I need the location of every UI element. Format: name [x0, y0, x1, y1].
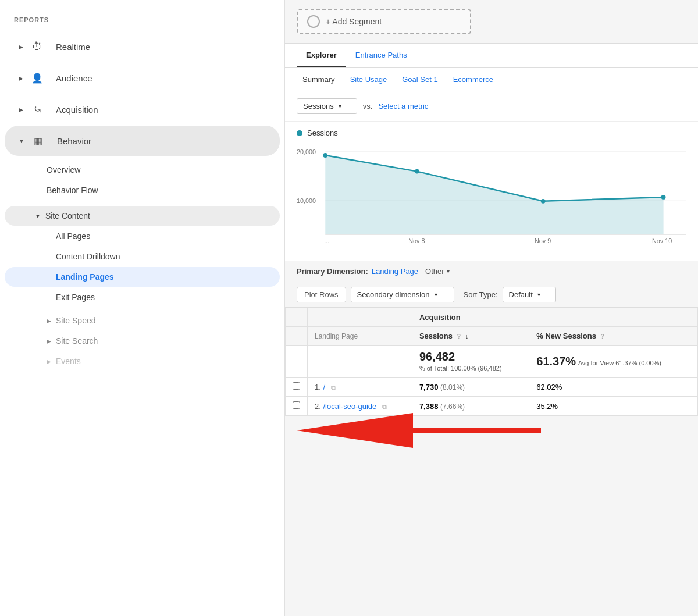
chart-point-0[interactable] — [323, 153, 327, 158]
th-new-sessions: % New Sessions ? — [529, 327, 698, 346]
sidebar-item-acquisition[interactable]: ▶ ⤿ Acquisition — [5, 94, 280, 124]
row2-sessions: 7,388 (7.66%) — [412, 397, 529, 416]
behavior-label: Behavior — [57, 136, 91, 146]
site-content-children: All Pages Content Drilldown Landing Page… — [0, 226, 284, 307]
chart-svg: 20,000 10,000 ... Nov 8 Nov 9 Nov — [297, 142, 686, 247]
site-content-label: Site Content — [45, 211, 90, 220]
add-segment-button[interactable]: + Add Segment — [297, 9, 471, 34]
th-lp-header: Landing Page — [308, 327, 412, 346]
secondary-dim-dropdown[interactable]: Secondary dimension ▾ — [351, 287, 454, 302]
audience-arrow: ▶ — [19, 75, 23, 81]
table-row: 2. /local-seo-guide ⧉ 7,388 (7.66%) 35.2… — [286, 397, 698, 416]
reports-label: REPORTS — [0, 12, 284, 30]
sidebar-item-audience[interactable]: ▶ 👤 Audience — [5, 63, 280, 93]
primary-dim-value[interactable]: Landing Page — [372, 267, 418, 276]
th-landing-page — [308, 308, 412, 327]
x-label-1: Nov 8 — [408, 237, 425, 244]
sidebar-item-realtime[interactable]: ▶ ⏱ Realtime — [5, 31, 280, 62]
total-new-sessions: 61.37% Avg for View 61.37% (0.00%) — [529, 346, 698, 378]
th-checkbox — [286, 308, 308, 327]
tab-explorer[interactable]: Explorer — [297, 44, 346, 67]
th-acquisition-group: Acquisition — [412, 308, 697, 327]
row2-copy[interactable]: ⧉ — [382, 403, 387, 410]
sidebar-item-behavior-flow[interactable]: Behavior Flow — [5, 180, 280, 200]
total-label — [308, 346, 412, 378]
main-tabs-row: Explorer Entrance Paths — [285, 44, 698, 68]
acquisition-arrow: ▶ — [19, 106, 23, 113]
row2-new-sessions: 35.2% — [529, 397, 698, 416]
acquisition-label: Acquisition — [56, 105, 98, 115]
sidebar-item-behavior[interactable]: ▼ ▦ Behavior — [5, 126, 280, 156]
realtime-label: Realtime — [56, 42, 90, 52]
secondary-dim-arrow: ▾ — [435, 291, 437, 298]
row1-checkbox[interactable] — [293, 382, 300, 390]
sidebar-item-exit-pages[interactable]: Exit Pages — [5, 287, 280, 307]
row2-checkbox[interactable] — [293, 401, 300, 409]
select-metric-link[interactable]: Select a metric — [378, 102, 428, 111]
metric-selected: Sessions — [303, 102, 334, 111]
legend-label: Sessions — [307, 129, 338, 137]
site-search-arrow: ▶ — [47, 338, 51, 344]
main-content: + Add Segment Explorer Entrance Paths Su… — [285, 0, 698, 616]
realtime-arrow: ▶ — [19, 44, 23, 50]
subtab-ecommerce[interactable]: Ecommerce — [447, 73, 499, 86]
total-sessions: 96,482 % of Total: 100.00% (96,482) — [412, 346, 529, 378]
site-content-section: ▼ Site Content All Pages Content Drilldo… — [0, 203, 284, 310]
sort-dropdown-arrow: ▾ — [537, 291, 540, 298]
plot-rows-button[interactable]: Plot Rows — [297, 287, 346, 302]
other-dropdown-arrow: ▾ — [447, 268, 450, 275]
subtab-goal-set-1[interactable]: Goal Set 1 — [396, 73, 443, 86]
realtime-icon: ⏱ — [28, 37, 47, 56]
th-sessions[interactable]: Sessions ? ↓ — [412, 327, 529, 346]
sidebar-item-site-speed[interactable]: ▶ Site Speed — [5, 311, 280, 330]
total-check — [286, 346, 308, 378]
chart-point-3[interactable] — [661, 195, 666, 200]
acquisition-icon: ⤿ — [28, 100, 47, 119]
behavior-arrow: ▼ — [19, 138, 24, 144]
table-row: 1. / ⧉ 7,730 (8.01%) 62.02% — [286, 378, 698, 397]
top-bar: + Add Segment — [285, 0, 698, 44]
chart-point-1[interactable] — [415, 169, 419, 174]
row1-page: 1. / ⧉ — [308, 378, 412, 397]
th-check2 — [286, 327, 308, 346]
row1-check[interactable] — [286, 378, 308, 397]
row2-check[interactable] — [286, 397, 308, 416]
sidebar-item-all-pages[interactable]: All Pages — [5, 226, 280, 246]
legend-dot — [297, 130, 302, 136]
sessions-sort: ↓ — [465, 333, 469, 340]
sidebar-item-site-search[interactable]: ▶ Site Search — [5, 331, 280, 351]
site-content-header[interactable]: ▼ Site Content — [5, 206, 280, 226]
metric-dropdown[interactable]: Sessions ▾ — [297, 98, 357, 114]
row1-sessions: 7,730 (8.01%) — [412, 378, 529, 397]
sidebar-item-events[interactable]: ▶ Events — [5, 351, 280, 371]
controls-row: Plot Rows Secondary dimension ▾ Sort Typ… — [285, 282, 698, 308]
row1-copy[interactable]: ⧉ — [331, 384, 336, 391]
chart-area-fill — [325, 155, 663, 234]
row2-page: 2. /local-seo-guide ⧉ — [308, 397, 412, 416]
chart-area: Sessions 20,000 10,000 — [285, 122, 698, 261]
dimension-row: Primary Dimension: Landing Page Other ▾ — [285, 261, 698, 282]
sidebar-item-overview[interactable]: Overview — [5, 160, 280, 180]
subtab-summary[interactable]: Summary — [297, 73, 341, 86]
x-label-3: Nov 10 — [652, 237, 672, 244]
red-arrow-shape — [297, 413, 541, 448]
add-segment-label: + Add Segment — [326, 17, 382, 26]
chart-point-2[interactable] — [541, 199, 546, 204]
x-label-2: Nov 9 — [535, 237, 551, 244]
metric-dropdown-arrow: ▾ — [339, 103, 341, 109]
tab-entrance-paths[interactable]: Entrance Paths — [346, 44, 416, 67]
sidebar: REPORTS ▶ ⏱ Realtime ▶ 👤 Audience ▶ ⤿ Ac… — [0, 0, 285, 616]
other-dropdown[interactable]: Other ▾ — [425, 267, 450, 276]
chart-svg-wrapper: 20,000 10,000 ... Nov 8 Nov 9 Nov — [297, 142, 686, 249]
events-arrow: ▶ — [47, 358, 51, 365]
sort-dropdown[interactable]: Default ▾ — [503, 287, 556, 302]
subtab-site-usage[interactable]: Site Usage — [344, 73, 393, 86]
y-label-mid: 10,000 — [297, 197, 316, 204]
y-label-high: 20,000 — [297, 148, 316, 155]
sidebar-item-landing-pages[interactable]: Landing Pages — [5, 267, 280, 287]
sidebar-item-content-drilldown[interactable]: Content Drilldown — [5, 247, 280, 266]
sessions-help[interactable]: ? — [457, 333, 461, 340]
primary-dim-label: Primary Dimension: — [297, 267, 368, 276]
new-sessions-help[interactable]: ? — [601, 333, 605, 340]
site-speed-arrow: ▶ — [47, 318, 51, 324]
